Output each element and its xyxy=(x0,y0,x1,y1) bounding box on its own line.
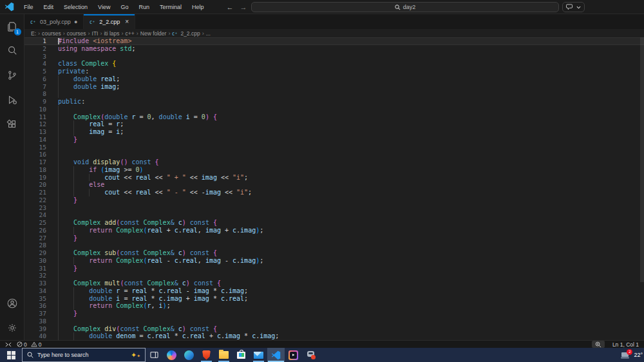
code-line[interactable]: 2using namespace std; xyxy=(24,45,644,53)
line-number[interactable]: 4 xyxy=(24,60,58,68)
tray-app-icon[interactable]: 2 xyxy=(621,351,630,359)
menu-go[interactable]: Go xyxy=(116,2,133,12)
line-number[interactable]: 27 xyxy=(24,234,58,242)
line-number[interactable]: 20 xyxy=(24,181,58,189)
taskbar-app-mail[interactable] xyxy=(250,348,267,362)
line-number[interactable]: 32 xyxy=(24,272,58,280)
line-number[interactable]: 15 xyxy=(24,144,58,151)
code-line[interactable]: 40 double denom = c.real * c.real + c.im… xyxy=(24,332,644,340)
line-number[interactable]: 3 xyxy=(24,53,58,61)
code-line[interactable]: 27 } xyxy=(24,234,644,242)
tab-03_poly.cpp[interactable]: C+03_poly.cpp● xyxy=(24,14,84,29)
line-number[interactable]: 38 xyxy=(24,318,58,325)
code-line[interactable]: 15 xyxy=(24,144,644,151)
menu-help[interactable]: Help xyxy=(187,2,209,12)
code-line[interactable]: 1#include <iostream> xyxy=(24,37,644,45)
code-line[interactable]: 25 Complex add(const Complex& c) const { xyxy=(24,219,644,227)
code-line[interactable]: 26 return Complex(real + c.real, imag + … xyxy=(24,227,644,234)
breadcrumb[interactable]: E:›courses›courses›ITI›iti laps›c++›New … xyxy=(24,29,644,37)
line-number[interactable]: 31 xyxy=(24,265,58,272)
taskbar-app-brave[interactable] xyxy=(198,348,215,362)
taskbar-app-clipchamp[interactable] xyxy=(285,348,302,362)
taskbar-app-vscode[interactable] xyxy=(267,348,285,362)
line-number[interactable]: 13 xyxy=(24,128,58,136)
taskbar-app-copilot[interactable] xyxy=(163,348,180,362)
code-line[interactable]: 38 xyxy=(24,318,644,325)
code-line[interactable]: 36 return Complex(r, i); xyxy=(24,302,644,310)
code-line[interactable]: 31 } xyxy=(24,265,644,272)
code-line[interactable]: 30 return Complex(real - c.real, imag - … xyxy=(24,257,644,265)
code-line[interactable]: 6 double real; xyxy=(24,75,644,83)
code-line[interactable]: 9public: xyxy=(24,98,644,106)
line-number[interactable]: 28 xyxy=(24,242,58,249)
account-icon[interactable] xyxy=(0,291,24,316)
code-line[interactable]: 13 imag = i; xyxy=(24,128,644,136)
code-line[interactable]: 20 else xyxy=(24,181,644,189)
taskbar-app-store[interactable] xyxy=(232,348,250,362)
code-line[interactable]: 39 Complex div(const Complex& c) const { xyxy=(24,325,644,333)
line-number[interactable]: 35 xyxy=(24,295,58,303)
explorer-icon[interactable]: 1 xyxy=(0,14,24,39)
menu-edit[interactable]: Edit xyxy=(39,2,59,12)
zoom-indicator[interactable] xyxy=(592,341,605,348)
code-line[interactable]: 16 xyxy=(24,151,644,158)
tray-weather-temp[interactable]: 22° xyxy=(634,352,643,358)
code-line[interactable]: 4class Complex { xyxy=(24,60,644,68)
extensions-icon[interactable] xyxy=(0,112,24,137)
breadcrumb-segment[interactable]: c++ xyxy=(126,30,135,37)
code-line[interactable]: 22 } xyxy=(24,196,644,204)
line-number[interactable]: 8 xyxy=(24,90,58,98)
line-number[interactable]: 17 xyxy=(24,158,58,166)
taskbar-search[interactable]: Type here to search ✦✦ xyxy=(22,348,146,362)
code-line[interactable]: 29 Complex sub(const Complex& c) const { xyxy=(24,249,644,257)
back-icon[interactable]: ← xyxy=(226,3,233,11)
start-button[interactable] xyxy=(0,348,22,362)
line-number[interactable]: 33 xyxy=(24,280,58,287)
code-line[interactable]: 3 xyxy=(24,53,644,61)
line-number[interactable]: 37 xyxy=(24,310,58,318)
tab-modified-icon[interactable]: ● xyxy=(74,19,77,25)
run-debug-icon[interactable] xyxy=(0,88,24,112)
code-line[interactable]: 35 double i = real * c.imag + imag * c.r… xyxy=(24,295,644,303)
editor-scrollbar[interactable] xyxy=(640,37,644,282)
code-line[interactable]: 14 } xyxy=(24,136,644,144)
line-number[interactable]: 21 xyxy=(24,189,58,196)
line-number[interactable]: 39 xyxy=(24,325,58,333)
code-line[interactable]: 8 xyxy=(24,90,644,98)
line-number[interactable]: 9 xyxy=(24,98,58,106)
breadcrumb-symbol[interactable]: ... xyxy=(206,30,211,37)
line-number[interactable]: 26 xyxy=(24,227,58,234)
tab-close-icon[interactable]: × xyxy=(125,18,129,25)
command-center-search[interactable]: day2 xyxy=(251,2,559,12)
line-number[interactable]: 7 xyxy=(24,83,58,91)
line-number[interactable]: 16 xyxy=(24,151,58,158)
settings-gear-icon[interactable] xyxy=(0,316,24,340)
source-control-icon[interactable] xyxy=(0,63,24,88)
line-number[interactable]: 5 xyxy=(24,68,58,75)
line-number[interactable]: 22 xyxy=(24,196,58,204)
line-number[interactable]: 14 xyxy=(24,136,58,144)
cursor-position[interactable]: Ln 1, Col 1 xyxy=(610,341,641,348)
line-number[interactable]: 23 xyxy=(24,204,58,212)
taskbar-app-edge[interactable] xyxy=(180,348,198,362)
remote-indicator[interactable] xyxy=(3,341,14,348)
code-line[interactable]: 24 xyxy=(24,211,644,219)
task-view-button[interactable] xyxy=(146,348,163,362)
menu-file[interactable]: File xyxy=(19,2,38,12)
breadcrumb-segment[interactable]: New folder xyxy=(140,30,167,37)
breadcrumb-file[interactable]: 2_2.cpp xyxy=(180,30,200,37)
menu-terminal[interactable]: Terminal xyxy=(155,2,186,12)
code-line[interactable]: 19 cout << real << " + " << imag << "i"; xyxy=(24,174,644,182)
line-number[interactable]: 19 xyxy=(24,174,58,182)
line-number[interactable]: 29 xyxy=(24,249,58,257)
line-number[interactable]: 2 xyxy=(24,45,58,53)
tab-2_2.cpp[interactable]: C+2_2.cpp× xyxy=(84,14,135,29)
breadcrumb-segment[interactable]: courses xyxy=(67,30,86,37)
menu-selection[interactable]: Selection xyxy=(59,2,92,12)
line-number[interactable]: 25 xyxy=(24,219,58,227)
search-sidebar-icon[interactable] xyxy=(0,39,24,63)
menu-view[interactable]: View xyxy=(93,2,115,12)
code-line[interactable]: 10 xyxy=(24,106,644,113)
code-line[interactable]: 17 void display() const { xyxy=(24,158,644,166)
code-line[interactable]: 28 xyxy=(24,242,644,249)
